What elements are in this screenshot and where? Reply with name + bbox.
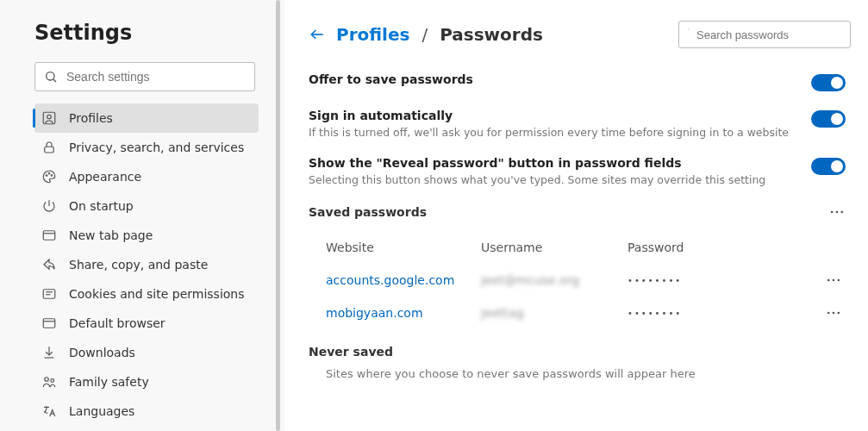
nav-label: On startup (69, 199, 134, 213)
more-icon[interactable] (828, 203, 846, 221)
search-settings-input[interactable] (66, 70, 246, 84)
nav-label: Privacy, search, and services (69, 141, 244, 154)
saved-passwords-header: Saved passwords (309, 203, 851, 221)
breadcrumb-parent[interactable]: Profiles (336, 24, 409, 45)
svg-point-5 (46, 175, 47, 177)
profile-icon (41, 110, 57, 126)
svg-point-6 (48, 173, 50, 175)
table-header: Website Username Password (326, 231, 851, 264)
nav-item-share[interactable]: Share, copy, and paste (34, 250, 259, 279)
site-link[interactable]: accounts.google.com (326, 273, 481, 287)
svg-point-15 (45, 378, 49, 382)
svg-point-16 (51, 379, 54, 383)
nav-item-privacy[interactable]: Privacy, search, and services (34, 133, 259, 162)
download-icon (41, 345, 57, 360)
table-row: mobigyaan.com jeettag •••••••• (326, 297, 851, 329)
svg-point-0 (47, 72, 54, 80)
svg-point-29 (833, 312, 835, 315)
col-website: Website (326, 240, 481, 254)
svg-point-24 (841, 211, 844, 214)
search-icon (44, 70, 58, 84)
toggle-reveal-password[interactable] (811, 158, 846, 175)
nav-label: Family safety (69, 375, 149, 389)
main-header: Profiles / Passwords (309, 21, 851, 48)
svg-line-1 (53, 79, 56, 82)
nav-item-printers[interactable]: Printers (34, 426, 259, 431)
search-icon (688, 28, 690, 41)
site-link[interactable]: mobigyaan.com (326, 306, 481, 320)
language-icon (41, 403, 57, 419)
breadcrumb: Profiles / Passwords (309, 24, 543, 45)
section-title: Saved passwords (309, 205, 427, 219)
search-settings-box[interactable] (34, 62, 255, 91)
never-saved-title: Never saved (309, 345, 851, 359)
svg-point-28 (827, 312, 830, 315)
svg-rect-10 (43, 290, 55, 299)
permissions-icon (41, 286, 57, 302)
nav-item-family[interactable]: Family safety (34, 367, 259, 397)
palette-icon (41, 169, 57, 184)
nav-label: Share, copy, and paste (69, 258, 208, 272)
page-title: Settings (34, 21, 259, 45)
row-more-icon[interactable] (825, 304, 842, 322)
svg-point-30 (838, 312, 840, 315)
nav-item-default-browser[interactable]: Default browser (34, 309, 259, 338)
table-row: accounts.google.com jeet@mcuse.org •••••… (326, 264, 851, 297)
nav-label: Appearance (69, 170, 141, 184)
svg-rect-13 (43, 319, 55, 328)
back-arrow-icon[interactable] (309, 26, 326, 43)
share-icon (41, 257, 57, 272)
svg-point-7 (51, 175, 53, 177)
main-content: Profiles / Passwords Offer to save passw… (284, 0, 868, 431)
breadcrumb-sep: / (422, 24, 428, 45)
col-username: Username (481, 240, 628, 254)
nav-label: Profiles (69, 111, 113, 125)
setting-desc: Selecting this button shows what you've … (309, 173, 794, 186)
setting-sign-in-auto: Sign in automatically If this is turned … (309, 109, 851, 139)
nav-item-cookies[interactable]: Cookies and site permissions (34, 279, 259, 309)
nav-label: Default browser (69, 316, 165, 330)
svg-point-23 (836, 211, 839, 214)
svg-point-3 (47, 115, 52, 119)
nav-label: Downloads (69, 346, 135, 359)
svg-rect-4 (45, 147, 54, 153)
nav-label: New tab page (69, 228, 153, 242)
username-value: jeet@mcuse.org (481, 273, 628, 287)
svg-point-20 (688, 28, 689, 29)
toggle-sign-in-auto[interactable] (811, 110, 846, 128)
search-passwords-box[interactable] (678, 21, 851, 48)
password-mask: •••••••• (628, 276, 825, 285)
svg-rect-2 (43, 112, 55, 124)
nav-item-newtab[interactable]: New tab page (34, 221, 259, 250)
row-more-icon[interactable] (825, 272, 842, 289)
nav-item-languages[interactable]: Languages (34, 397, 259, 426)
pane-divider[interactable] (276, 0, 284, 431)
setting-title: Show the "Reveal password" button in pas… (309, 156, 794, 170)
browser-icon (41, 315, 57, 331)
setting-reveal-password: Show the "Reveal password" button in pas… (309, 156, 851, 186)
nav-label: Cookies and site permissions (69, 287, 245, 301)
svg-point-25 (827, 279, 830, 282)
settings-nav: Profiles Privacy, search, and services A… (34, 103, 259, 431)
family-icon (41, 374, 57, 390)
col-password: Password (628, 240, 825, 254)
passwords-table: Website Username Password accounts.googl… (309, 231, 851, 329)
nav-label: Languages (69, 404, 134, 418)
breadcrumb-current: Passwords (440, 24, 543, 45)
svg-point-26 (833, 279, 835, 282)
username-value: jeettag (481, 306, 628, 320)
nav-item-downloads[interactable]: Downloads (34, 338, 259, 367)
setting-title: Sign in automatically (309, 109, 794, 122)
setting-title: Offer to save passwords (309, 72, 794, 86)
svg-point-27 (838, 279, 840, 282)
nav-item-startup[interactable]: On startup (34, 191, 259, 221)
power-icon (41, 198, 57, 214)
tab-icon (41, 228, 57, 243)
nav-item-profiles[interactable]: Profiles (34, 103, 259, 133)
setting-desc: If this is turned off, we'll ask you for… (309, 126, 794, 139)
search-passwords-input[interactable] (696, 28, 841, 41)
toggle-offer-save[interactable] (811, 74, 846, 91)
lock-icon (41, 140, 57, 155)
setting-offer-save: Offer to save passwords (309, 72, 851, 91)
nav-item-appearance[interactable]: Appearance (34, 162, 259, 191)
